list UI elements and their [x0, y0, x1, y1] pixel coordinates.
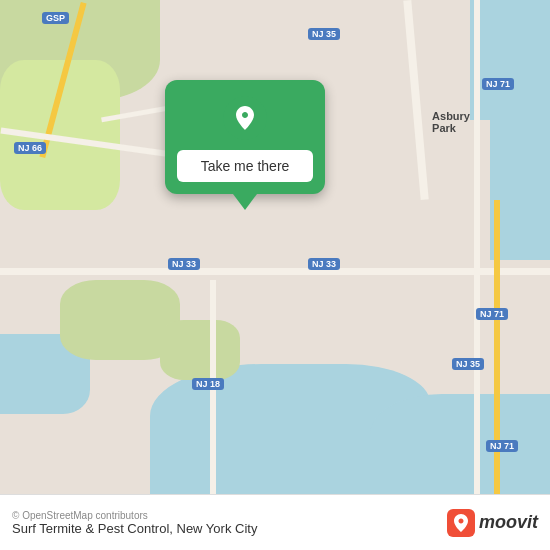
road-label-nj71a: NJ 71 — [482, 78, 514, 90]
moovit-logo: moovit — [447, 509, 538, 537]
osm-attribution: © OpenStreetMap contributors — [12, 510, 257, 521]
road-label-nj33b: NJ 33 — [308, 258, 340, 270]
road-label-nj33a: NJ 33 — [168, 258, 200, 270]
road-label-nj35a: NJ 35 — [308, 28, 340, 40]
bottom-left-info: © OpenStreetMap contributors Surf Termit… — [12, 510, 257, 536]
road-label-nj35b: NJ 35 — [452, 358, 484, 370]
moovit-pin-icon — [447, 509, 475, 537]
road-label-nj71b: NJ 71 — [476, 308, 508, 320]
svg-rect-1 — [447, 509, 475, 537]
road-nj33 — [0, 268, 550, 275]
map-popup: Take me there — [155, 80, 335, 210]
popup-card: Take me there — [165, 80, 325, 194]
water-body-bottom-right — [370, 394, 550, 494]
road-nj71 — [474, 0, 480, 494]
bottom-bar: © OpenStreetMap contributors Surf Termit… — [0, 494, 550, 550]
moovit-brand-text: moovit — [479, 512, 538, 533]
road-label-nj18: NJ 18 — [192, 378, 224, 390]
map-container: GSP NJ 66 NJ 33 NJ 33 NJ 35 NJ 35 NJ 71 … — [0, 0, 550, 494]
location-name: Surf Termite & Pest Control, New York Ci… — [12, 521, 257, 536]
take-me-there-button[interactable]: Take me there — [177, 150, 313, 182]
green-area-center2 — [160, 320, 240, 380]
popup-tail — [233, 194, 257, 210]
location-pin-icon — [223, 96, 267, 140]
road-label-gsp: GSP — [42, 12, 69, 24]
road-label-nj66: NJ 66 — [14, 142, 46, 154]
road-label-nj71c: NJ 71 — [486, 440, 518, 452]
